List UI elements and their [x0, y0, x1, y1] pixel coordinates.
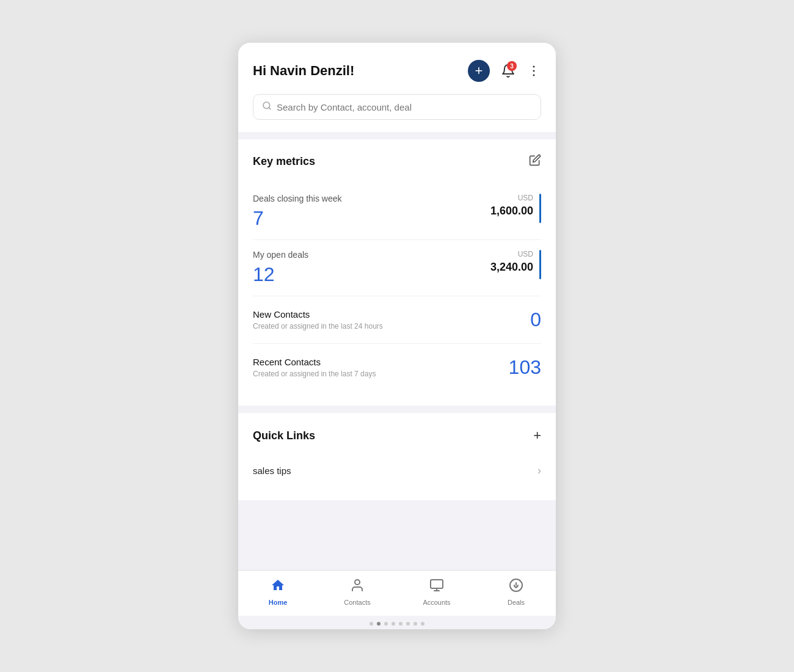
metric-row-deals-closing: Deals closing this week 7 USD 1,600.00 — [253, 184, 541, 240]
accounts-icon — [429, 578, 444, 596]
quick-links-header: Quick Links + — [253, 428, 541, 444]
add-button[interactable]: + — [468, 60, 490, 82]
nav-item-contacts[interactable]: Contacts — [339, 578, 376, 606]
header-card: Hi Navin Denzil! + 3 — [238, 43, 556, 132]
dot-2 — [377, 622, 381, 626]
phone-container: Hi Navin Denzil! + 3 — [238, 43, 556, 629]
nav-label-contacts: Contacts — [344, 599, 370, 606]
recent-contacts-title: Recent Contacts — [253, 357, 376, 367]
dot-7 — [413, 622, 417, 626]
notification-button[interactable]: 3 — [497, 60, 519, 82]
metric-right-deals-closing: USD 1,600.00 — [490, 194, 541, 223]
edit-icon — [529, 154, 541, 166]
blue-bar-deals-closing — [539, 194, 541, 223]
pagination-dots — [238, 616, 556, 629]
svg-rect-6 — [431, 580, 443, 588]
metric-label-open-deals: My open deals — [253, 250, 308, 260]
edit-metrics-button[interactable] — [529, 154, 541, 169]
contact-metric-row-recent: Recent Contacts Created or assigned in t… — [253, 344, 541, 391]
dot-3 — [384, 622, 388, 626]
metric-label-deals-closing: Deals closing this week — [253, 194, 342, 203]
metric-usd-open-deals: USD 3,240.00 — [490, 250, 533, 279]
header-icons: + 3 — [468, 60, 541, 82]
deals-icon — [509, 578, 523, 596]
contact-metric-left-new: New Contacts Created or assigned in the … — [253, 309, 383, 331]
new-contacts-subtitle: Created or assigned in the last 24 hours — [253, 322, 383, 331]
metric-left-open-deals: My open deals 12 — [253, 250, 308, 286]
dot-5 — [399, 622, 402, 626]
more-button[interactable] — [526, 64, 541, 78]
svg-point-0 — [533, 66, 535, 68]
metric-count-deals-closing: 7 — [253, 207, 342, 230]
quick-links-title: Quick Links — [253, 429, 315, 442]
add-quick-link-button[interactable]: + — [533, 428, 541, 444]
metric-usd-deals-closing: USD 1,600.00 — [490, 194, 533, 223]
usd-value-open-deals: 3,240.00 — [490, 261, 533, 274]
search-icon — [262, 101, 272, 113]
dot-1 — [370, 622, 373, 626]
metrics-title: Key metrics — [253, 155, 315, 168]
more-icon — [526, 64, 541, 78]
quick-link-item[interactable]: sales tips › — [253, 456, 541, 486]
greeting-text: Hi Navin Denzil! — [253, 63, 354, 79]
metric-count-open-deals: 12 — [253, 263, 308, 286]
new-contacts-title: New Contacts — [253, 309, 383, 320]
dot-4 — [392, 622, 395, 626]
metric-row-open-deals: My open deals 12 USD 3,240.00 — [253, 240, 541, 296]
notification-badge: 3 — [507, 61, 517, 71]
nav-item-deals[interactable]: Deals — [498, 578, 534, 606]
metrics-header: Key metrics — [253, 154, 541, 169]
recent-contacts-value: 103 — [509, 356, 541, 379]
contact-metric-left-recent: Recent Contacts Created or assigned in t… — [253, 357, 376, 378]
new-contacts-value: 0 — [530, 309, 541, 331]
metric-right-open-deals: USD 3,240.00 — [490, 250, 541, 279]
metric-left-deals-closing: Deals closing this week 7 — [253, 194, 342, 230]
blue-bar-open-deals — [539, 250, 541, 279]
nav-label-accounts: Accounts — [423, 599, 450, 606]
nav-label-home: Home — [269, 599, 288, 606]
metrics-card: Key metrics Deals closing this week 7 US… — [238, 139, 556, 406]
dot-8 — [421, 622, 424, 626]
dot-6 — [406, 622, 410, 626]
usd-label-deals-closing: USD — [490, 194, 533, 202]
recent-contacts-subtitle: Created or assigned in the last 7 days — [253, 370, 376, 378]
contacts-icon — [350, 578, 365, 596]
usd-label-open-deals: USD — [490, 250, 533, 258]
nav-item-home[interactable]: Home — [260, 578, 296, 606]
quick-link-label: sales tips — [253, 466, 291, 476]
quick-links-card: Quick Links + sales tips › — [238, 413, 556, 500]
search-input[interactable] — [277, 102, 532, 112]
bottom-navigation: Home Contacts Accounts — [238, 570, 556, 616]
chevron-right-icon: › — [537, 464, 541, 477]
nav-item-accounts[interactable]: Accounts — [418, 578, 455, 606]
home-icon — [271, 578, 285, 596]
contact-metric-row-new: New Contacts Created or assigned in the … — [253, 296, 541, 344]
svg-point-5 — [355, 580, 360, 585]
svg-line-4 — [269, 108, 271, 109]
nav-label-deals: Deals — [508, 599, 525, 606]
svg-point-1 — [533, 70, 535, 72]
svg-point-2 — [533, 75, 535, 76]
usd-value-deals-closing: 1,600.00 — [490, 205, 533, 217]
search-bar — [253, 94, 541, 120]
header-top: Hi Navin Denzil! + 3 — [253, 60, 541, 82]
